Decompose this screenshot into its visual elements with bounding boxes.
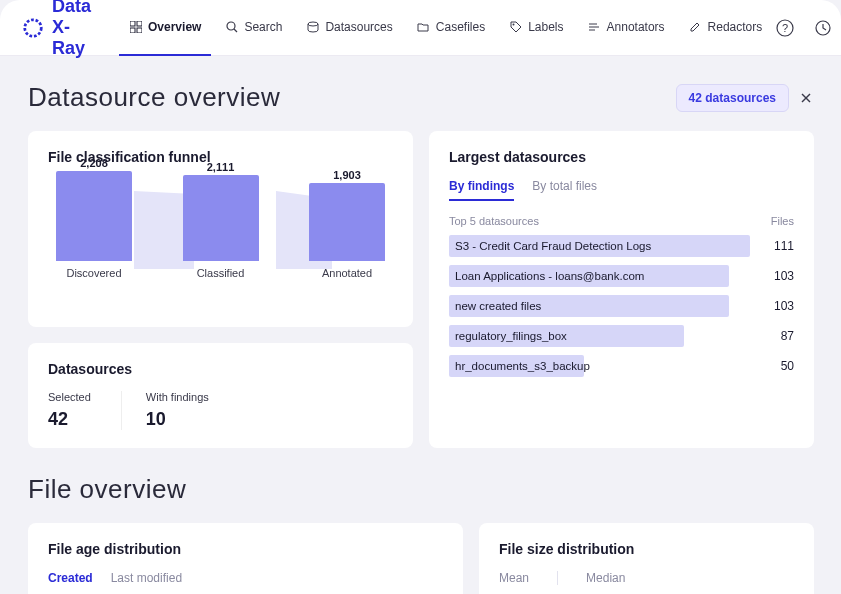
bar — [183, 175, 259, 261]
tab-created[interactable]: Created — [48, 571, 93, 591]
svg-line-6 — [234, 29, 237, 32]
section-file-overview: File overview File age distribution Crea… — [28, 474, 813, 594]
metric-value: 42 — [48, 409, 91, 430]
brand-logo-icon — [22, 17, 44, 39]
bar — [56, 171, 132, 261]
svg-text:?: ? — [782, 22, 788, 34]
bar-category: Annotated — [322, 267, 372, 279]
funnel-bar-annotated: 1,903 Annotated — [307, 183, 387, 279]
topbar: Data X-Ray Overview Search Datasources C… — [0, 0, 841, 56]
search-icon — [225, 20, 238, 33]
nav-search[interactable]: Search — [215, 0, 292, 56]
annotator-icon — [588, 20, 601, 33]
grid-icon — [129, 20, 142, 33]
funnel-bar-discovered: 2,208 Discovered — [54, 171, 134, 279]
card-file-age-distribution: File age distribution Created Last modif… — [28, 523, 463, 594]
card-datasources-metrics: Datasources Selected 42 With findings 10 — [28, 343, 413, 448]
funnel-bar-classified: 2,111 Classified — [181, 175, 261, 279]
folder-icon — [417, 20, 430, 33]
card-file-size-distribution: File size distribution Mean Median — [479, 523, 814, 594]
card-title: File age distribution — [48, 541, 443, 557]
cards-grid: File classification funnel 2,208 Discove… — [28, 131, 813, 448]
redactor-icon — [689, 20, 702, 33]
datasource-row[interactable]: S3 - Credit Card Fraud Detection Logs 11… — [449, 235, 794, 257]
svg-point-0 — [25, 19, 42, 36]
datasource-row[interactable]: Loan Applications - loans@bank.com 103 — [449, 265, 794, 287]
card-title: File size distribution — [499, 541, 794, 557]
brand[interactable]: Data X-Ray — [22, 0, 91, 59]
list-header-left: Top 5 datasources — [449, 215, 539, 227]
nav-label: Annotators — [607, 20, 665, 34]
datasource-name: new created files — [455, 295, 541, 317]
metric-label: With findings — [146, 391, 209, 403]
nav-overview[interactable]: Overview — [119, 0, 211, 56]
card-title: Datasources — [48, 361, 393, 377]
filter-chip-row: 42 datasources — [676, 84, 813, 112]
datasource-files: 103 — [764, 299, 794, 313]
list-header-right: Files — [771, 215, 794, 227]
datasource-files: 50 — [764, 359, 794, 373]
card-file-classification-funnel: File classification funnel 2,208 Discove… — [28, 131, 413, 327]
nav-annotators[interactable]: Annotators — [578, 0, 675, 56]
svg-point-7 — [308, 22, 318, 26]
card-largest-datasources: Largest datasources By findings By total… — [429, 131, 814, 448]
separator — [557, 571, 558, 585]
metrics: Selected 42 With findings 10 — [48, 391, 393, 430]
nav-datasources[interactable]: Datasources — [296, 0, 402, 56]
tab-median[interactable]: Median — [586, 571, 625, 591]
topbar-right: ? Emma — [772, 15, 841, 41]
metric-value: 10 — [146, 409, 209, 430]
bottom-grid: File age distribution Created Last modif… — [28, 523, 813, 594]
datasources-count-chip[interactable]: 42 datasources — [676, 84, 789, 112]
nav-label: Casefiles — [436, 20, 485, 34]
svg-point-8 — [512, 23, 514, 25]
bar-value: 1,903 — [333, 169, 361, 181]
section-head-datasource: Datasource overview 42 datasources — [28, 82, 813, 113]
database-icon — [306, 20, 319, 33]
svg-rect-1 — [130, 21, 135, 26]
nav-redactors[interactable]: Redactors — [679, 0, 773, 56]
tab-by-total-files[interactable]: By total files — [532, 179, 597, 201]
svg-rect-2 — [137, 21, 142, 26]
datasource-row[interactable]: new created files 103 — [449, 295, 794, 317]
bar-category: Discovered — [66, 267, 121, 279]
help-icon[interactable]: ? — [772, 15, 798, 41]
datasource-name: hr_documents_s3_backup — [455, 355, 590, 377]
main-nav: Overview Search Datasources Casefiles La… — [119, 0, 772, 56]
metric-label: Selected — [48, 391, 91, 403]
bar — [309, 183, 385, 261]
datasource-row[interactable]: regulatory_filings_box 87 — [449, 325, 794, 347]
bar-category: Classified — [197, 267, 245, 279]
datasource-files: 111 — [764, 239, 794, 253]
bar-value: 2,111 — [207, 161, 235, 173]
list-header: Top 5 datasources Files — [449, 215, 794, 227]
card-title: Largest datasources — [449, 149, 794, 165]
page-title: Datasource overview — [28, 82, 280, 113]
tab-by-findings[interactable]: By findings — [449, 179, 514, 201]
nav-label: Datasources — [325, 20, 392, 34]
nav-labels[interactable]: Labels — [499, 0, 573, 56]
funnel-chart: 2,208 Discovered 2,111 Classified — [48, 179, 393, 309]
nav-label: Labels — [528, 20, 563, 34]
history-icon[interactable] — [810, 15, 836, 41]
datasource-row[interactable]: hr_documents_s3_backup 50 — [449, 355, 794, 377]
nav-label: Redactors — [708, 20, 763, 34]
nav-label: Overview — [148, 20, 201, 34]
svg-point-5 — [227, 22, 235, 30]
brand-name: Data X-Ray — [52, 0, 91, 59]
datasource-files: 87 — [764, 329, 794, 343]
nav-casefiles[interactable]: Casefiles — [407, 0, 495, 56]
tab-mean[interactable]: Mean — [499, 571, 529, 591]
datasource-name: S3 - Credit Card Fraud Detection Logs — [455, 235, 651, 257]
metric-with-findings: With findings 10 — [121, 391, 209, 430]
metric-selected: Selected 42 — [48, 391, 91, 430]
tag-icon — [509, 20, 522, 33]
close-icon[interactable] — [799, 91, 813, 105]
size-tabs: Mean Median — [499, 571, 794, 591]
largest-tabs: By findings By total files — [449, 179, 794, 201]
nav-label: Search — [244, 20, 282, 34]
datasource-name: regulatory_filings_box — [455, 325, 567, 347]
page-title: File overview — [28, 474, 813, 505]
tab-last-modified[interactable]: Last modified — [111, 571, 182, 591]
bar-value: 2,208 — [80, 157, 108, 169]
